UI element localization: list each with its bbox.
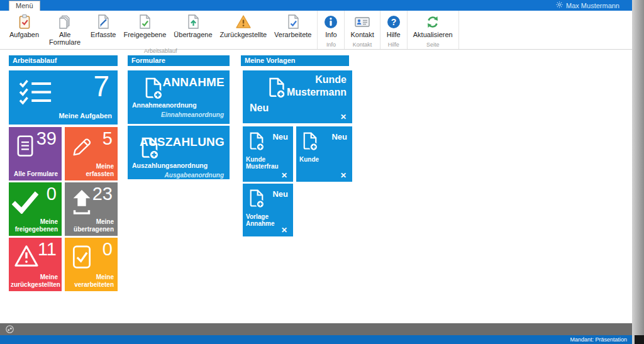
contact-card-icon (354, 13, 370, 30)
tile-label: Meine verarbeiteten (67, 274, 114, 288)
ribbon-button-verarbeitete[interactable]: Verarbeitete (271, 13, 314, 39)
section-formulare: Formulare ANNAHME Annahmeanordnung Einna… (128, 55, 230, 66)
form-title: AUSZAHLUNG (140, 135, 225, 149)
screen-edge (632, 0, 644, 344)
tile-vorlage-kunde[interactable]: Neu Kunde ✕ (296, 126, 352, 182)
tile-label: Meine Aufgaben (11, 112, 112, 120)
upload-icon (70, 189, 94, 218)
ribbon-group-label: Kontakt (347, 40, 377, 48)
ribbon-button-label: Aktualisieren (413, 31, 453, 38)
ribbon-group-label: Arbeitsablauf (6, 47, 314, 55)
template-name: Vorlage Annahme (246, 213, 291, 227)
menu-tab[interactable]: Menü (9, 1, 40, 11)
user-name: Max Mustermann (566, 2, 619, 9)
template-name: Kunde Musterfrau (246, 156, 291, 170)
ribbon-button-erfasste[interactable]: Erfasste (87, 13, 119, 39)
section-meine-vorlagen: Meine Vorlagen Kunde Mustermann Neu ✕ Ne… (241, 55, 352, 66)
screen-edge-corner (635, 335, 644, 344)
released-form-icon (137, 13, 152, 30)
ribbon-button-label: Verarbeitete (274, 31, 311, 38)
tile-label: Meine übertragenen (67, 218, 114, 233)
tile-vorlage-kunde-mustermann[interactable]: Kunde Mustermann Neu ✕ (243, 70, 352, 123)
tile-vorlage-kunde-musterfrau[interactable]: Neu Kunde Musterfrau ✕ (243, 126, 293, 182)
svg-text:?: ? (391, 17, 396, 27)
transferred-form-icon (186, 13, 201, 30)
tile-meine-freigegebenen[interactable]: 0 Meine freigegebenen (9, 182, 62, 236)
check-icon (12, 191, 38, 216)
section-header-formulare: Formulare (128, 55, 230, 66)
tile-count: 0 (47, 184, 57, 204)
captured-form-icon (96, 13, 111, 30)
ribbon-button-aufgaben[interactable]: Aufgaben (6, 13, 42, 39)
close-icon[interactable]: ✕ (340, 172, 347, 179)
close-icon[interactable]: ✕ (340, 113, 347, 121)
ribbon-button-alle-formulare[interactable]: Alle Formulare (43, 13, 86, 47)
tile-meine-verarbeiteten[interactable]: 0 Meine verarbeiteten (65, 238, 118, 291)
tile-auszahlung[interactable]: AUSZAHLUNG Auszahlungsanordnung Ausgabea… (128, 126, 230, 179)
ribbon-group-label: Hilfe (383, 40, 404, 48)
tile-annahme[interactable]: ANNAHME Annahmeanordnung Einnahmeanordnu… (128, 70, 230, 124)
document-icon (14, 133, 36, 162)
ribbon-button-label: Zurückgestellte (220, 31, 267, 38)
form-subtitle: Auszahlungsanordnung (132, 162, 208, 169)
tile-meine-aufgaben[interactable]: 7 Meine Aufgaben (9, 70, 118, 125)
ribbon-button-label: Aufgaben (9, 31, 39, 38)
form-alt-name: Einnahmeanordnung (161, 111, 224, 118)
ribbon-button-hilfe[interactable]: ? Hilfe (383, 13, 404, 39)
template-new-label: Neu (272, 189, 288, 199)
tile-meine-erfassten[interactable]: 5 Meine erfassten (65, 127, 118, 180)
deferred-warning-icon (235, 13, 252, 30)
user-menu[interactable]: Max Mustermann (556, 0, 619, 11)
ribbon-button-kontakt[interactable]: Kontakt (347, 13, 377, 39)
new-document-icon (142, 77, 165, 104)
refresh-icon (425, 13, 440, 30)
ribbon-button-freigegebene[interactable]: Freigegebene (120, 13, 169, 39)
form-title: ANNAHME (162, 75, 225, 89)
ribbon-group-info: Info Info (318, 11, 345, 49)
ribbon-button-label: Erfasste (91, 31, 116, 38)
section-header-arbeitsablauf: Arbeitsablauf (9, 55, 118, 66)
ribbon-group-hilfe: ? Hilfe Hilfe (380, 11, 408, 49)
ribbon-button-label: Alle Formulare (47, 31, 83, 46)
ribbon-button-label: Kontakt (350, 31, 374, 38)
ribbon-button-info[interactable]: Info (320, 13, 341, 39)
ribbon-button-label: Freigegebene (123, 31, 166, 38)
new-document-icon (300, 131, 320, 155)
tile-meine-zurueckgestellten[interactable]: 11 Meine zurückgestellten (9, 238, 62, 291)
pencil-icon (70, 133, 94, 161)
tile-label: Meine zurückgestellten (11, 274, 58, 288)
warning-triangle-icon (14, 244, 39, 270)
tile-alle-formulare[interactable]: 39 Alle Formulare (9, 127, 62, 180)
ribbon-button-label: Hilfe (387, 31, 401, 38)
template-new-label: Neu (250, 103, 269, 114)
template-new-label: Neu (272, 132, 288, 141)
form-alt-name: Ausgabeanordnung (165, 172, 224, 179)
mandant-label: Mandant: Präsentation (570, 336, 627, 343)
close-icon[interactable]: ✕ (281, 172, 287, 179)
ribbon-button-zurueckgestellte[interactable]: Zurückgestellte (217, 13, 270, 39)
ribbon-button-label: Übertragene (174, 31, 212, 38)
gear-icon (556, 1, 563, 9)
tile-vorlage-annahme[interactable]: Neu Vorlage Annahme ✕ (243, 184, 293, 236)
ribbon-button-uebertragene[interactable]: Übertragene (170, 13, 215, 39)
template-name: Kunde (299, 156, 350, 163)
tile-count: 7 (93, 69, 109, 104)
ribbon-group-label: Info (320, 40, 341, 48)
template-new-label: Neu (331, 132, 347, 141)
tile-meine-uebertragenen[interactable]: 23 Meine übertragenen (65, 182, 118, 236)
form-subtitle: Annahmeanordnung (132, 101, 197, 109)
titlebar: Menü Max Mustermann (0, 0, 632, 11)
tile-count: 5 (103, 128, 113, 149)
document-check-icon (70, 244, 94, 273)
section-header-meine-vorlagen: Meine Vorlagen (241, 55, 349, 66)
ribbon-group-arbeitsablauf: Aufgaben Alle Formulare Erfasste (4, 11, 318, 49)
tile-count: 39 (36, 128, 57, 149)
app-window: Menü Max Mustermann Aufgaben (0, 0, 644, 344)
ribbon-button-label: Info (325, 31, 336, 38)
ribbon-button-aktualisieren[interactable]: Aktualisieren (410, 13, 456, 39)
tile-label: Alle Formulare (11, 170, 58, 178)
close-icon[interactable]: ✕ (281, 226, 287, 234)
tile-label: Meine freigegebenen (11, 218, 58, 233)
bottom-toolbar (0, 323, 632, 335)
ribbon-group-label: Seite (410, 40, 456, 48)
